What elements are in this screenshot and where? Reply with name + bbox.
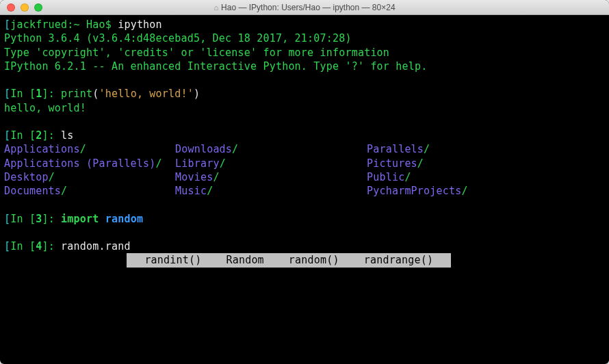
completion-item[interactable]: random() [276, 254, 352, 266]
banner-line: Type 'copyright', 'credits' or 'license'… [4, 46, 605, 60]
titlebar: ⌂ Hao — IPython: Users/Hao — ipython — 8… [0, 0, 609, 15]
ipython-in-3: [In [3]: import random [4, 212, 605, 226]
dir: Downloads [175, 143, 232, 155]
window-title: ⌂ Hao — IPython: Users/Hao — ipython — 8… [0, 3, 609, 12]
partial-input[interactable]: random.rand [61, 240, 131, 252]
completion-item[interactable]: randint() [132, 254, 213, 266]
traffic-lights [0, 3, 42, 12]
completion-item[interactable]: Random [213, 254, 276, 266]
shell-prompt-line: [jackfrued:~ Hao$ ipython [4, 18, 605, 31]
shell-command: ipython [118, 18, 162, 31]
module-name: random [105, 213, 143, 225]
output-1: hello, world! [4, 101, 605, 115]
dir: Applications [4, 143, 80, 155]
dir: Desktop [4, 171, 49, 183]
banner-line: Python 3.6.4 (v3.6.4:d48ecebad5, Dec 18 … [4, 31, 605, 45]
window-title-text: Hao — IPython: Users/Hao — ipython — 80×… [221, 3, 395, 12]
terminal-window: ⌂ Hao — IPython: Users/Hao — ipython — 8… [0, 0, 609, 364]
dir: PycharmProjects [367, 185, 461, 197]
ipython-in-1: [In [1]: print('hello, world!') [4, 87, 605, 101]
dir: Music [175, 185, 207, 197]
keyword-import: import [61, 213, 99, 225]
dir: Public [367, 171, 404, 183]
banner-line: IPython 6.2.1 -- An enhanced Interactive… [4, 60, 605, 73]
completion-popup[interactable]: randint()Randomrandom()randrange() [127, 253, 451, 267]
dir: Library [175, 157, 220, 170]
close-icon[interactable] [7, 3, 15, 12]
dir: Movies [175, 171, 213, 183]
dir: Pictures [367, 157, 417, 170]
string-literal: 'hello, world!' [99, 88, 194, 100]
ipython-in-4: [In [4]: random.rand [4, 239, 605, 253]
shell-user: jackfrued [10, 18, 67, 31]
ipython-in-2: [In [2]: ls [4, 129, 605, 142]
func-print: print [61, 88, 92, 100]
completion-row: [In [4]: random.ranrandint()Randomrandom… [4, 253, 605, 267]
dir: Parallels [367, 143, 424, 155]
minimize-icon[interactable] [21, 3, 29, 12]
ls-output: Applications/ Downloads/ Parallels/ Appl… [4, 142, 605, 198]
home-icon: ⌂ [213, 3, 218, 12]
dir: Applications (Parallels) [4, 157, 156, 170]
terminal-body[interactable]: [jackfrued:~ Hao$ ipython Python 3.6.4 (… [0, 15, 609, 270]
dir: Documents [4, 185, 61, 197]
completion-item[interactable]: randrange() [352, 254, 446, 266]
zoom-icon[interactable] [34, 3, 42, 12]
